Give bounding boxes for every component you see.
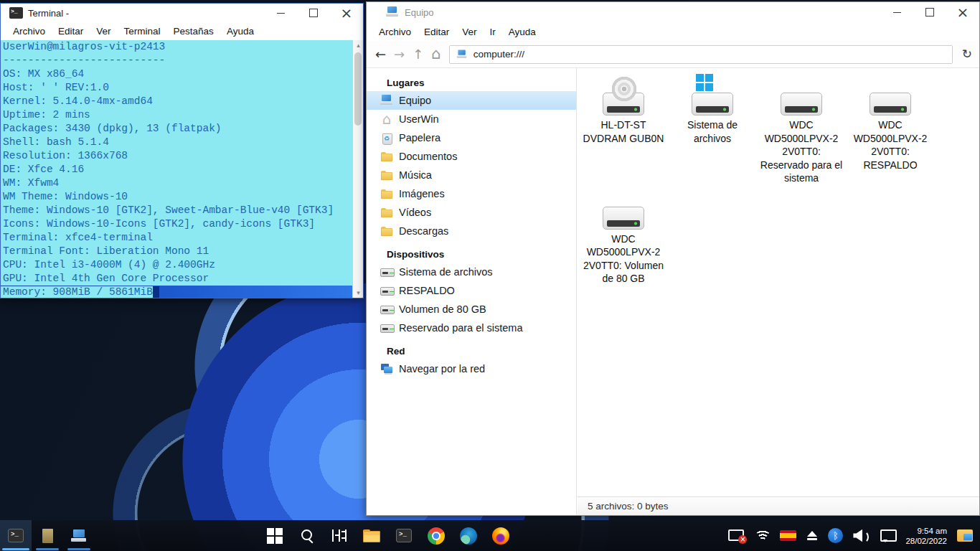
sidebar-item-label: Equipo (399, 95, 431, 106)
sidebar-item-label: Papelera (399, 132, 440, 143)
file-manager-menu-item[interactable]: Editar (418, 24, 456, 40)
sidebar-header-dispositivos: Dispositivos (367, 245, 576, 263)
file-wdc-volumen-80gb[interactable]: WDC WD5000LPVX-2 2V0TT0: Volumen de 80 G… (580, 191, 666, 286)
sidebar-item-icon (380, 187, 394, 200)
volume-icon[interactable] (853, 520, 870, 551)
terminal-menu-item[interactable]: Editar (52, 23, 90, 39)
back-button[interactable] (375, 48, 386, 61)
terminal-line: OS: MX x86_64 (1, 67, 352, 81)
file-manager-menubar: ArchivoEditarVerIrAyuda (367, 22, 979, 41)
close-button[interactable] (951, 4, 975, 20)
edge-icon[interactable] (458, 520, 479, 551)
terminal-menu-item[interactable]: Ayuda (220, 23, 260, 39)
files-tray-icon[interactable] (957, 520, 973, 551)
location-bar[interactable]: computer:/// (449, 45, 953, 64)
file-manager-menu-item[interactable]: Ayuda (502, 24, 542, 40)
display-disconnected-icon[interactable] (728, 520, 745, 551)
sidebar-item-videos[interactable]: Vídeos (367, 203, 576, 222)
reload-button[interactable] (962, 48, 972, 60)
sidebar-item-icon (380, 113, 394, 126)
task-terminal[interactable] (0, 520, 32, 551)
terminal-line: WM: Xfwm4 (1, 176, 352, 190)
forward-button[interactable] (394, 48, 405, 61)
maximize-button[interactable] (301, 5, 326, 21)
drive-icon (603, 207, 644, 230)
search-icon[interactable] (296, 520, 318, 551)
terminal-window: Terminal - ArchivoEditarVerTerminalPesta… (0, 3, 364, 298)
file-manager-menu-item[interactable]: Ir (484, 24, 502, 40)
sidebar-item-label: Documentos (399, 151, 457, 162)
file-wdc-reservado-sistema[interactable]: WDC WD5000LPVX-2 2V0TT0: Reservado para … (758, 77, 844, 185)
minimize-button[interactable] (268, 5, 293, 21)
terminal-menu-item[interactable]: Archivo (6, 23, 52, 39)
maximize-button[interactable] (918, 4, 942, 20)
terminal-menu-item[interactable]: Terminal (118, 23, 167, 39)
task-file-manager[interactable] (63, 520, 95, 551)
file-manager-titlebar[interactable]: Equipo (367, 2, 979, 22)
sidebar-item-icon (372, 344, 387, 357)
scroll-up-icon[interactable] (353, 42, 363, 49)
sidebar-item-respaldo[interactable]: RESPALDO (367, 281, 576, 300)
file-explorer-icon[interactable] (361, 520, 382, 551)
file-manager-menu-item[interactable]: Archivo (372, 24, 418, 40)
wifi-icon[interactable] (755, 520, 770, 551)
sidebar-item-userwin[interactable]: UserWin (367, 110, 576, 128)
bluetooth-icon[interactable] (828, 520, 843, 551)
terminal-titlebar[interactable]: Terminal - (1, 4, 363, 22)
clock[interactable]: 9:54 am 28/02/2022 (905, 526, 947, 546)
scroll-down-icon[interactable] (353, 289, 363, 296)
file-label: Sistema de archivos (669, 118, 755, 145)
task-files[interactable] (32, 520, 63, 551)
terminal-menubar: ArchivoEditarVerTerminalPestañasAyuda (1, 22, 363, 40)
sidebar-item-label: Reservado para el sistema (399, 322, 522, 334)
drive-icon (870, 93, 911, 116)
notifications-icon[interactable] (880, 520, 895, 551)
sidebar-item-icon (380, 303, 394, 316)
file-hl-dt-st-dvdram-gub0n[interactable]: HL-DT-ST DVDRAM GUB0N (580, 77, 666, 185)
clock-time: 9:54 am (905, 526, 947, 536)
terminal-scrollbar[interactable] (352, 40, 363, 298)
sidebar-item-reservado[interactable]: Reservado para el sistema (367, 319, 576, 337)
close-button[interactable] (334, 5, 359, 21)
terminal-line: Terminal: xfce4-terminal (1, 231, 352, 245)
terminal-menu-item[interactable]: Pestañas (167, 23, 220, 39)
home-button[interactable] (431, 47, 440, 62)
sidebar-item-descargas[interactable]: Descargas (367, 222, 576, 240)
sidebar-item-equipo[interactable]: Equipo (367, 91, 576, 110)
sidebar-item-sistema-de-archivos[interactable]: Sistema de archivos (367, 263, 576, 281)
keyboard-layout-spain-flag[interactable] (780, 520, 796, 551)
file-label: WDC WD5000LPVX-2 2V0TT0: Volumen de 80 G… (580, 232, 666, 286)
taskbar: 9:54 am 28/02/2022 (0, 520, 980, 551)
terminal-output[interactable]: UserWin@milagros-vit-p2413--------------… (1, 40, 363, 298)
terminal-menu-item[interactable]: Ver (90, 23, 117, 39)
sidebar-item-musica[interactable]: Música (367, 166, 576, 184)
task-view-icon[interactable] (329, 520, 350, 551)
firefox-icon[interactable] (490, 520, 512, 551)
eject-icon[interactable] (806, 520, 818, 551)
sidebar-item-label: UserWin (399, 113, 439, 125)
sidebar-item-papelera[interactable]: Papelera (367, 128, 576, 147)
chrome-icon[interactable] (425, 520, 447, 551)
scrollbar-thumb[interactable] (354, 52, 362, 126)
sidebar-item-label: Volumen de 80 GB (399, 303, 486, 315)
file-manager-window: Equipo ArchivoEditarVerIrAyuda computer:… (366, 1, 980, 516)
file-wdc-respaldo[interactable]: WDC WD5000LPVX-2 2V0TT0: RESPALDO (847, 77, 933, 185)
terminal-line: Uptime: 2 mins (1, 108, 352, 122)
drive-icon (781, 93, 822, 116)
terminal-line: Host: ' ' REV:1.0 (1, 81, 352, 95)
sidebar-item-documentos[interactable]: Documentos (367, 147, 576, 166)
terminal-window-controls (268, 5, 359, 21)
start-icon[interactable] (264, 520, 286, 551)
sidebar-item-icon (380, 150, 394, 163)
sidebar-item-imagenes[interactable]: Imágenes (367, 184, 576, 203)
file-sistema-de-archivos[interactable]: Sistema de archivos (669, 77, 755, 185)
sidebar-item-label: RESPALDO (399, 285, 455, 296)
sidebar-item-volumen-80gb[interactable]: Volumen de 80 GB (367, 300, 576, 319)
sidebar-item-navegar-red[interactable]: Navegar por la red (367, 359, 576, 378)
terminal-line: GPU: Intel 4th Gen Core Processor (1, 272, 352, 286)
up-button[interactable] (413, 48, 423, 61)
file-manager-menu-item[interactable]: Ver (456, 24, 483, 40)
sidebar-item-label: Red (387, 346, 405, 357)
terminal-icon[interactable] (393, 520, 415, 551)
minimize-button[interactable] (885, 4, 909, 20)
